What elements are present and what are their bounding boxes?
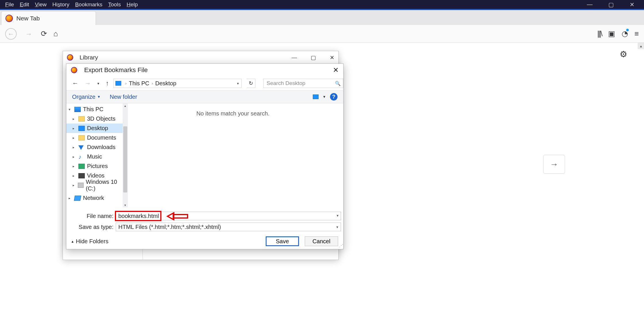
pc-icon	[115, 81, 121, 86]
firefox-icon	[67, 54, 73, 61]
folder-icon	[78, 116, 85, 121]
saveastype-select[interactable]: HTML Files (*.html;*.htm;*.shtml;*.xhtml…	[116, 223, 341, 231]
crumb-desktop[interactable]: Desktop	[155, 80, 177, 87]
network-icon	[74, 196, 81, 201]
dialog-close-icon[interactable]: ✕	[333, 66, 339, 74]
browser-toolbar: ← → ⟳ ⌂ |||\ ▣ ◔ ≡	[0, 25, 644, 43]
tree-this-pc[interactable]: ▾ This PC	[66, 105, 123, 114]
forward-button[interactable]: →	[23, 28, 34, 40]
reload-icon[interactable]: ⟳	[41, 29, 47, 38]
music-icon: ♪	[78, 154, 85, 159]
breadcrumb-dropdown-icon[interactable]: ▾	[235, 81, 241, 86]
firefox-icon	[5, 15, 13, 22]
refresh-icon[interactable]: ↻	[247, 79, 255, 88]
search-input[interactable]: Search Desktop 🔍	[263, 79, 343, 88]
chevron-right-icon[interactable]: ▸	[69, 196, 72, 200]
scroll-up-icon[interactable]: ▴	[123, 103, 128, 108]
menu-tools[interactable]: Tools	[105, 1, 124, 8]
menu-history[interactable]: History	[49, 1, 72, 8]
forward-card-button[interactable]: →	[543, 155, 565, 174]
library-icon[interactable]: |||\	[597, 29, 602, 38]
chevron-right-icon[interactable]: ▸	[73, 155, 76, 159]
organize-menu[interactable]: Organize▼	[72, 94, 101, 100]
tree-desktop[interactable]: ▸ Desktop	[66, 124, 123, 133]
chevron-right-icon: ›	[124, 81, 128, 86]
view-mode-icon[interactable]	[313, 94, 319, 99]
drive-icon	[78, 183, 83, 188]
scroll-thumb[interactable]	[123, 126, 127, 192]
home-icon[interactable]: ⌂	[53, 29, 58, 38]
chevron-right-icon: ›	[150, 81, 155, 86]
menu-help[interactable]: Help	[124, 1, 141, 8]
export-dialog-title: Export Bookmarks File	[84, 66, 148, 74]
annotation-arrow-icon	[167, 212, 188, 221]
tree-scrollbar[interactable]: ▴ ▾	[123, 103, 128, 207]
gear-icon[interactable]: ⚙	[620, 49, 627, 59]
search-placeholder: Search Desktop	[267, 80, 305, 86]
window-maximize-icon[interactable]: ▢	[608, 1, 614, 8]
page-scroll-up-icon[interactable]: ▴	[638, 43, 644, 49]
menu-edit[interactable]: Edit	[17, 1, 32, 8]
dropdown-icon[interactable]: ▾	[336, 225, 338, 229]
search-icon: 🔍	[335, 81, 341, 86]
firefox-icon	[71, 67, 77, 73]
back-button[interactable]: ←	[5, 28, 17, 40]
tab-title: New Tab	[16, 15, 40, 22]
hide-folders-toggle[interactable]: ▴ Hide Folders	[72, 238, 108, 245]
export-bookmarks-dialog: Export Bookmarks File ✕ ← → ▾ ↑ › This P…	[66, 63, 344, 249]
scroll-down-icon[interactable]: ▾	[123, 203, 128, 207]
new-folder-button[interactable]: New folder	[110, 94, 137, 100]
tree-music[interactable]: ▸ ♪ Music	[66, 152, 123, 161]
nav-forward-icon[interactable]: →	[83, 78, 93, 88]
chevron-right-icon[interactable]: ▸	[73, 145, 76, 149]
tree-c-drive[interactable]: ▸ Windows 10 (C:)	[66, 180, 123, 190]
chevron-right-icon[interactable]: ▸	[73, 183, 76, 187]
tab-strip: New Tab	[0, 10, 644, 25]
help-icon[interactable]: ?	[330, 93, 338, 101]
view-dropdown-icon[interactable]: ▼	[323, 95, 326, 99]
file-list-area: No items match your search.	[123, 103, 343, 207]
menu-bookmarks[interactable]: Bookmarks	[72, 1, 105, 8]
chevron-right-icon[interactable]: ▸	[73, 164, 76, 168]
save-button[interactable]: Save	[266, 236, 299, 246]
cancel-button[interactable]: Cancel	[305, 236, 338, 246]
firefox-menubar: File Edit View History Bookmarks Tools H…	[0, 0, 644, 10]
window-close-icon[interactable]: ✕	[630, 1, 635, 8]
tree-3d-objects[interactable]: ▸ 3D Objects	[66, 114, 123, 124]
browser-tab[interactable]: New Tab	[1, 11, 96, 25]
chevron-right-icon[interactable]: ▸	[73, 174, 76, 178]
nav-up-icon[interactable]: ↑	[104, 78, 111, 88]
desktop-icon	[78, 126, 85, 131]
menu-view[interactable]: View	[32, 1, 49, 8]
pc-icon	[74, 107, 81, 112]
library-maximize-icon[interactable]: ▢	[311, 54, 316, 61]
chevron-right-icon[interactable]: ▸	[73, 136, 76, 140]
tree-network[interactable]: ▸ Network	[66, 193, 123, 203]
address-breadcrumb[interactable]: › This PC › Desktop ▾	[113, 79, 242, 88]
menu-icon[interactable]: ≡	[635, 29, 639, 38]
library-close-icon[interactable]: ✕	[330, 54, 334, 61]
tree-documents[interactable]: ▸ Documents	[66, 133, 123, 142]
sidebar-icon[interactable]: ▣	[608, 29, 615, 38]
empty-message: No items match your search.	[196, 110, 270, 117]
tree-downloads[interactable]: ▸ Downloads	[66, 142, 123, 152]
chevron-right-icon[interactable]: ▸	[73, 117, 76, 121]
chevron-up-icon: ▴	[72, 239, 74, 244]
menu-file[interactable]: File	[2, 1, 17, 8]
svg-rect-0	[173, 215, 188, 218]
tree-pictures[interactable]: ▸ Pictures	[66, 161, 123, 171]
chevron-right-icon[interactable]: ▸	[73, 126, 76, 130]
account-icon[interactable]: ◔	[622, 29, 628, 38]
chevron-down-icon[interactable]: ▾	[69, 107, 72, 111]
library-minimize-icon[interactable]: —	[292, 54, 297, 61]
filename-input[interactable]	[116, 212, 341, 220]
pictures-icon	[78, 164, 85, 169]
page-content: ⚙ → ▴ Library — ▢ ✕ Export Bookmarks Fil…	[0, 43, 644, 328]
folder-icon	[78, 135, 85, 140]
window-minimize-icon[interactable]: —	[587, 1, 593, 8]
resize-grip-icon[interactable]: ⋰	[339, 243, 342, 248]
crumb-this-pc[interactable]: This PC	[128, 80, 150, 87]
nav-back-icon[interactable]: ←	[70, 78, 80, 88]
videos-icon	[78, 173, 85, 178]
nav-history-dropdown-icon[interactable]: ▾	[96, 80, 101, 87]
